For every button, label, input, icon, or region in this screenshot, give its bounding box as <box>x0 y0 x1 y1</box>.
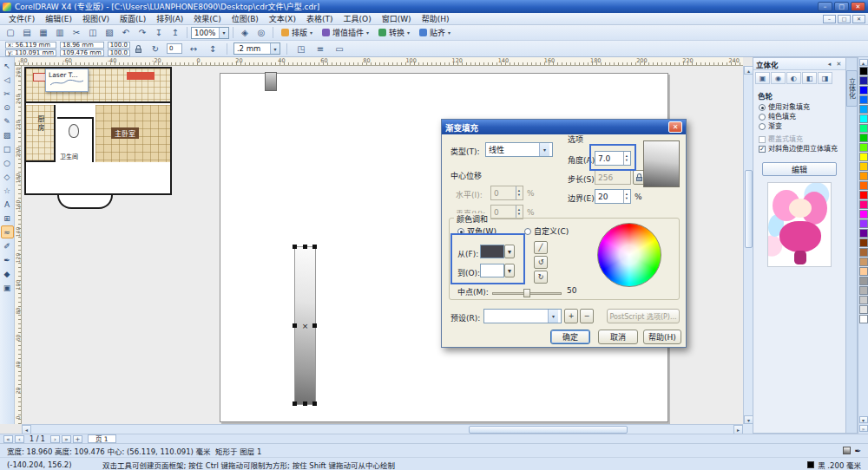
zoom-tool[interactable]: ⊙ <box>1 101 14 114</box>
docker-radio-2[interactable]: 渐变 <box>753 121 845 131</box>
chevron-down-icon[interactable]: ▾ <box>548 310 558 323</box>
shape-tool[interactable]: ◁ <box>1 73 14 86</box>
cancel-button[interactable]: 取消 <box>598 330 638 344</box>
to-color-dropdown[interactable]: ▾ <box>504 264 515 277</box>
docker-checkbox-0[interactable]: 覆盖式填充 <box>753 134 845 144</box>
add-page-button[interactable]: + <box>73 435 82 443</box>
vertical-scrollbar[interactable]: ▴ ▾ <box>743 66 753 424</box>
menu-item-1[interactable]: 编辑(E) <box>40 13 77 24</box>
menu-item-3[interactable]: 版面(L) <box>115 13 151 24</box>
chevron-down-icon[interactable]: ▾ <box>270 43 279 54</box>
menu-item-2[interactable]: 视图(V) <box>77 13 115 24</box>
docker-radio-1[interactable]: 纯色填充 <box>753 112 845 121</box>
palette-swatch-5[interactable] <box>859 114 868 123</box>
extrude-rotation-icon[interactable]: ◉ <box>771 72 786 84</box>
ok-button[interactable]: 确定 <box>550 330 590 344</box>
palette-swatch-9[interactable] <box>859 153 868 161</box>
interactive-fill-tool[interactable]: ▣ <box>1 281 14 294</box>
docker-radio-0[interactable]: 使用对象填充 <box>753 102 845 112</box>
blend-direct-button[interactable]: ╱ <box>534 241 548 254</box>
ruler-vertical[interactable]: 260240220200180160140120100806040200 <box>15 66 22 424</box>
palette-swatch-12[interactable] <box>859 181 868 190</box>
paste-icon[interactable]: ▧ <box>102 26 117 40</box>
menu-item-5[interactable]: 效果(C) <box>188 13 226 24</box>
small-gradient-rectangle[interactable] <box>265 72 277 91</box>
chevron-down-icon[interactable]: ▾ <box>539 143 549 156</box>
palette-swatch-7[interactable] <box>859 134 868 142</box>
palette-scroll-up-icon[interactable]: ▴ <box>859 59 868 66</box>
scale-h-field[interactable]: 100.0 <box>108 42 130 49</box>
palette-swatch-13[interactable] <box>859 191 868 199</box>
corel-online-icon[interactable]: ◎ <box>253 26 269 40</box>
palette-swatch-17[interactable] <box>859 229 868 238</box>
color-wheel[interactable] <box>597 223 661 287</box>
palette-swatch-24[interactable] <box>859 296 868 304</box>
palette-swatch-26[interactable] <box>859 315 868 323</box>
outline-pen-tool[interactable]: ✒ <box>1 253 14 266</box>
palette-swatch-6[interactable] <box>859 124 868 133</box>
extrude-bevel-icon[interactable]: ◨ <box>818 72 832 84</box>
palette-expand-icon[interactable]: » <box>859 425 868 432</box>
postscript-button[interactable]: PostScript 选项(P)... <box>607 309 680 323</box>
selection-handle[interactable] <box>293 245 297 249</box>
midpoint-slider[interactable] <box>492 288 562 298</box>
rectangle-tool[interactable]: □ <box>1 142 14 155</box>
extrude-camera-icon[interactable]: ▣ <box>755 72 770 84</box>
menu-item-4[interactable]: 排列(A) <box>151 13 188 24</box>
text-tool[interactable]: A <box>1 198 14 211</box>
menu-item-11[interactable]: 帮助(H) <box>417 13 455 24</box>
selected-rectangle[interactable]: × <box>294 246 316 405</box>
presets-select[interactable]: ▾ <box>483 309 562 323</box>
custom-radio[interactable]: 自定义(C) <box>524 225 569 237</box>
undo-icon[interactable]: ↶ <box>118 26 134 40</box>
palette-swatch-25[interactable] <box>859 305 868 314</box>
angle-field[interactable]: 7.0 ▴▾ <box>595 151 631 166</box>
copy-icon[interactable]: ◫ <box>85 26 101 40</box>
mirror-horizontal-icon[interactable]: ↔ <box>186 42 201 55</box>
cut-icon[interactable]: ✂ <box>69 26 84 40</box>
minimize-button[interactable]: – <box>818 2 832 11</box>
selection-handle[interactable] <box>293 401 297 406</box>
palette-swatch-0[interactable] <box>859 67 868 75</box>
edit-button[interactable]: 编辑 <box>762 162 837 176</box>
rotation-angle-field[interactable]: 0 <box>167 43 182 54</box>
selection-handle[interactable] <box>303 245 307 249</box>
extrude-color-icon[interactable]: ◧ <box>802 72 817 84</box>
page-tab[interactable]: 页 1 <box>88 434 116 443</box>
to-front-icon[interactable]: ◳ <box>293 42 309 55</box>
preset-remove-button[interactable]: − <box>580 309 594 323</box>
menu-item-0[interactable]: 文件(F) <box>3 13 40 24</box>
menu-item-9[interactable]: 工具(O) <box>339 13 377 24</box>
palette-swatch-23[interactable] <box>859 286 868 295</box>
selection-handle[interactable] <box>303 401 307 406</box>
palette-swatch-1[interactable] <box>859 76 868 85</box>
last-page-button[interactable]: » <box>62 435 71 443</box>
eyedropper-tool[interactable]: ✐ <box>1 239 14 252</box>
preset-add-button[interactable]: + <box>564 309 578 323</box>
object-y-field[interactable]: y: 110.091 mm <box>5 49 56 56</box>
palette-swatch-3[interactable] <box>859 95 868 104</box>
help-button[interactable]: 帮助(H) <box>643 330 681 344</box>
spinner-icon[interactable]: ▴▾ <box>623 190 628 203</box>
type-select[interactable]: 线性 ▾ <box>485 142 553 157</box>
import-icon[interactable]: ↧ <box>151 26 167 40</box>
palette-swatch-15[interactable] <box>859 210 868 219</box>
slider-thumb[interactable] <box>523 289 530 297</box>
docker-close-icon[interactable]: ✕ <box>835 61 843 68</box>
export-icon[interactable]: ↥ <box>168 26 183 40</box>
outline-color-swatch[interactable] <box>807 461 814 468</box>
object-height-field[interactable]: 109.476 mm <box>60 49 104 56</box>
docker-tab-extrude[interactable]: 立体化 <box>846 70 858 107</box>
docker-checkbox-1[interactable]: ✓对斜角边使用立体填充 <box>753 144 845 153</box>
palette-swatch-11[interactable] <box>859 172 868 180</box>
ellipse-tool[interactable]: ○ <box>1 156 14 169</box>
to-color-swatch[interactable] <box>480 264 504 277</box>
steps-field[interactable]: 256 <box>595 170 631 185</box>
selection-handle[interactable] <box>312 401 317 406</box>
extrude-light-icon[interactable]: ◐ <box>786 72 801 84</box>
chevron-down-icon[interactable]: ▾ <box>219 28 228 38</box>
basic-shapes-tool[interactable]: ☆ <box>1 184 14 197</box>
open-icon[interactable]: ▤ <box>19 26 35 40</box>
fill-tool[interactable]: ◆ <box>1 267 14 280</box>
vertical-scroll-thumb[interactable] <box>745 170 753 248</box>
